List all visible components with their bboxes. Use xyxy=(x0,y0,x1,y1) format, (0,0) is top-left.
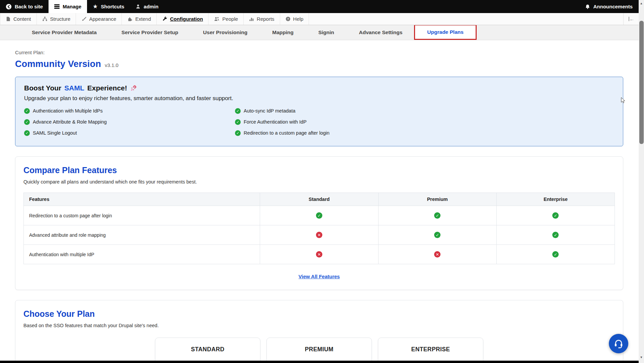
back-to-site-button[interactable]: Back to site xyxy=(0,0,49,13)
headset-icon xyxy=(614,339,624,349)
status-mark-icon: ✓ xyxy=(552,232,559,238)
admin-user-button[interactable]: admin xyxy=(130,0,164,13)
support-chat-button[interactable] xyxy=(609,334,628,353)
file-icon xyxy=(6,16,11,21)
tab-label: Signin xyxy=(318,29,334,35)
plan-card-title: PREMIUM xyxy=(267,346,372,353)
window-bottom-edge xyxy=(0,361,644,363)
tab-label: Mapping xyxy=(272,29,294,35)
menu-item-extend[interactable]: Extend xyxy=(122,13,157,25)
tab-signin[interactable]: Signin xyxy=(306,25,346,40)
help-icon: ? xyxy=(286,16,291,21)
banner-feature-item: ✓SAML Single Logout xyxy=(24,129,235,137)
tab-label: Advance Settings xyxy=(359,29,402,35)
user-icon xyxy=(136,4,141,9)
check-circle-icon: ✓ xyxy=(24,119,30,125)
column-header-standard: Standard xyxy=(260,193,378,206)
tab-label: Service Provider Metadata xyxy=(32,29,97,35)
tab-advance-settings[interactable]: Advance Settings xyxy=(346,25,415,40)
table-header-row: Features Standard Premium Enterprise xyxy=(24,193,615,206)
sitemap-icon xyxy=(42,16,48,21)
promo-title-prefix: Boost Your xyxy=(24,84,61,92)
collapse-bar-icon xyxy=(629,17,629,21)
menu-item-label: Content xyxy=(13,16,31,22)
admin-user-label: admin xyxy=(144,4,158,9)
announcements-label: Announcements xyxy=(593,4,633,9)
status-mark-icon: ✕ xyxy=(434,251,440,258)
manage-tab[interactable]: Manage xyxy=(49,0,87,13)
shortcuts-label: Shortcuts xyxy=(101,4,124,9)
hamburger-icon xyxy=(54,4,60,9)
compare-plan-features-card: Compare Plan Features Quickly compare al… xyxy=(15,156,623,290)
tab-label: User Provisioning xyxy=(203,29,248,35)
puzzle-icon xyxy=(127,16,133,21)
menu-item-label: Structure xyxy=(50,16,71,22)
plan-card-standard[interactable]: STANDARD xyxy=(155,338,260,361)
promo-title-suffix: Experience! xyxy=(87,84,127,92)
manage-label: Manage xyxy=(63,4,81,9)
menu-item-help[interactable]: ? Help xyxy=(280,13,309,25)
paintbrush-icon xyxy=(81,16,86,21)
choose-section-title: Choose Your Plan xyxy=(23,309,615,319)
module-tab-strip: Service Provider Metadata Service Provid… xyxy=(0,25,639,40)
feature-label: SAML Single Logout xyxy=(33,130,77,136)
plan-card-title: STANDARD xyxy=(155,346,260,353)
status-mark-icon: ✓ xyxy=(552,212,559,219)
menu-item-people[interactable]: People xyxy=(209,13,244,25)
banner-feature-item: ✓Auto-sync IdP metadata xyxy=(235,107,329,115)
tab-mapping[interactable]: Mapping xyxy=(260,25,306,40)
banner-feature-item: ✓Advance Attribute & Role Mapping xyxy=(24,118,235,126)
menu-item-label: Reports xyxy=(257,16,274,22)
menu-item-structure[interactable]: Structure xyxy=(37,13,76,25)
feature-label: Advance Attribute & Role Mapping xyxy=(33,119,107,125)
menu-item-content[interactable]: Content xyxy=(0,13,37,25)
banner-feature-item: ✓Authentication with Multiple IdPs xyxy=(24,107,235,115)
back-arrow-icon xyxy=(6,4,12,10)
status-mark-icon: ✓ xyxy=(434,212,440,219)
tab-user-provisioning[interactable]: User Provisioning xyxy=(191,25,260,40)
compare-section-subtitle: Quickly compare all plans and understand… xyxy=(23,179,615,185)
table-row: Advanced attribute and role mapping ✕ ✓ … xyxy=(24,225,615,245)
star-icon: ★ xyxy=(93,4,98,9)
menu-item-label: Configuration xyxy=(170,16,203,22)
plan-card-premium[interactable]: PREMIUM xyxy=(266,338,372,361)
plan-card-title: ENTERPRISE xyxy=(378,346,483,353)
admin-menu-bar: Content Structure Appearance Extend Conf… xyxy=(0,13,639,25)
admin-top-bar: Back to site Manage ★ Shortcuts admin An… xyxy=(0,0,639,13)
current-plan-name: Community Version xyxy=(15,59,101,69)
scroll-down-arrow-icon[interactable]: ▼ xyxy=(639,356,644,359)
promo-subtitle: Upgrade your plan to enjoy richer featur… xyxy=(24,95,614,102)
menu-item-appearance[interactable]: Appearance xyxy=(76,13,122,25)
scrollbar-thumb[interactable] xyxy=(639,21,644,144)
drupal-admin-window: Back to site Manage ★ Shortcuts admin An… xyxy=(0,0,644,363)
tab-upgrade-plans[interactable]: Upgrade Plans xyxy=(415,25,476,40)
menu-item-label: Help xyxy=(293,16,304,22)
shortcuts-button[interactable]: ★ Shortcuts xyxy=(87,0,130,13)
plan-card-enterprise[interactable]: ENTERPRISE xyxy=(378,338,483,361)
menu-item-reports[interactable]: Reports xyxy=(244,13,280,25)
feature-label: Auto-sync IdP metadata xyxy=(244,108,296,114)
feature-cell: Authentication with multiple IdP xyxy=(24,245,260,264)
column-header-features: Features xyxy=(24,193,260,206)
feature-cell: Advanced attribute and role mapping xyxy=(24,225,260,245)
banner-feature-item: ✓Force Authentication with IdP xyxy=(235,118,329,126)
tab-service-provider-metadata[interactable]: Service Provider Metadata xyxy=(19,25,109,40)
announcements-button[interactable]: Announcements xyxy=(578,0,639,13)
check-circle-icon: ✓ xyxy=(235,130,241,136)
toolbar-collapse-button[interactable]: ← xyxy=(623,13,639,25)
back-to-site-label: Back to site xyxy=(15,4,43,9)
feature-label: Redirection to a custom page after login xyxy=(244,130,329,136)
status-mark-icon: ✕ xyxy=(316,232,322,238)
tab-label: Service Provider Setup xyxy=(122,29,178,35)
menu-item-label: People xyxy=(222,16,238,22)
banner-feature-item: ✓Redirection to a custom page after logi… xyxy=(235,129,329,137)
view-all-features-link[interactable]: View All Features xyxy=(299,274,340,279)
rocket-icon xyxy=(130,85,137,91)
check-circle-icon: ✓ xyxy=(24,130,30,136)
column-header-enterprise: Enterprise xyxy=(496,193,615,206)
tab-service-provider-setup[interactable]: Service Provider Setup xyxy=(109,25,191,40)
scroll-up-arrow-icon[interactable]: ▲ xyxy=(639,2,644,5)
menu-item-configuration[interactable]: Configuration xyxy=(157,13,209,25)
menu-item-label: Extend xyxy=(135,16,151,22)
vertical-scrollbar[interactable]: ▲ ▼ xyxy=(639,0,644,363)
